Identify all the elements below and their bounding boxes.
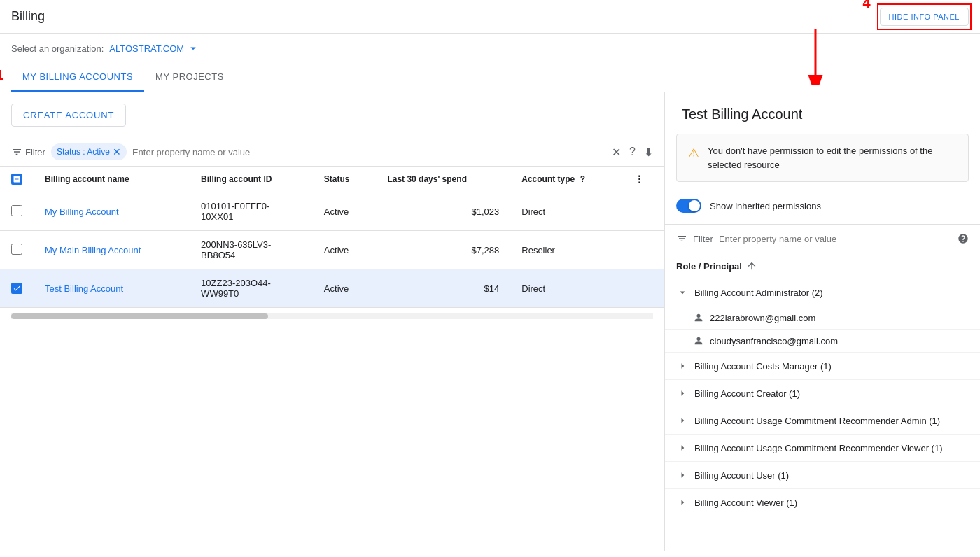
spend-1: $1,023 [376,192,510,231]
role-expand-usage-viewer[interactable]: Billing Account Usage Commitment Recomme… [665,435,980,461]
status-2: Active [313,231,377,269]
warning-box: ⚠ You don't have permission to edit the … [676,134,969,182]
filter-label: Filter [25,147,46,157]
app-title: Billing [11,9,45,24]
status-1: Active [313,192,377,231]
role-expand-viewer[interactable]: Billing Account Viewer (1) [665,489,980,516]
type-1: Direct [510,192,624,231]
filter-help-icon: ? [629,146,636,158]
warning-icon: ⚠ [688,146,699,161]
role-expand-icon-2 [676,387,689,400]
tab-my-projects[interactable]: MY PROJECTS [144,63,235,92]
col-account-type: Account type ? [510,167,624,192]
filter-chip: Status : Active ✕ [51,143,127,160]
sub-header: 2 Select an organization: ALTOSTRAT.COM [0,34,980,63]
col-billing-account-id: Billing account ID [190,167,313,192]
right-panel-title: Test Billing Account [665,92,980,134]
status-3: Active [313,269,377,308]
table-row: 4 Test Billing Account 10ZZ23-203O44-WW9… [0,269,664,308]
role-sub-item-1: 222larabrown@gmail.com [665,306,980,329]
table-row: My Billing Account 010101-F0FFF0-10XX01 … [0,192,664,231]
role-label-usage-admin: Billing Account Usage Commitment Recomme… [694,416,940,426]
right-filter-bar: Filter [665,225,980,253]
sort-icon[interactable] [746,260,757,272]
account-id-2: 200NN3-636LV3-BB8O54 [190,231,313,269]
spend-2: $7,288 [376,231,510,269]
create-account-button[interactable]: CREATE ACCOUNT [11,104,126,127]
role-expand-icon [676,360,689,372]
left-panel: 3 CREATE ACCOUNT Filter Status : Active … [0,92,665,551]
org-dropdown[interactable]: ALTOSTRAT.COM [109,42,200,55]
role-label-costs-manager: Billing Account Costs Manager (1) [694,361,832,372]
filter-chip-text: Status : Active [57,147,110,157]
role-expand-icon-3 [676,414,689,427]
role-expand-administrator[interactable]: Billing Account Administrator (2) [665,279,980,306]
role-item-viewer: Billing Account Viewer (1) [665,489,980,516]
right-filter-help-icon [958,233,969,244]
select-all-checkbox[interactable] [11,174,22,185]
spend-3: $14 [376,269,510,308]
email-2: cloudysanfrancisco@gmail.com [710,336,838,346]
role-expand-icon-5 [676,469,689,481]
role-principal-header: Role / Principal [665,253,980,279]
right-panel: Test Billing Account ⚠ You don't have pe… [665,92,980,551]
account-name-link-1[interactable]: My Billing Account [45,206,119,217]
account-type-help-icon: ? [580,174,585,184]
role-expand-icon-6 [676,496,689,509]
tabs-bar: 1 MY BILLING ACCOUNTS MY PROJECTS [0,63,980,92]
role-item-user: Billing Account User (1) [665,462,980,489]
role-expand-user[interactable]: Billing Account User (1) [665,462,980,488]
role-item-administrator: Billing Account Administrator (2) 222lar… [665,279,980,353]
row-checkbox-3[interactable] [11,283,22,294]
table-row: My Main Billing Account 200NN3-636LV3-BB… [0,231,664,269]
account-name-link-3[interactable]: Test Billing Account [45,283,123,294]
filter-clear-button[interactable]: ✕ [612,146,621,159]
type-3: Direct [510,269,624,308]
org-label: Select an organization: [11,43,104,54]
filter-input[interactable] [132,147,606,157]
right-filter-label: Filter [693,234,713,244]
billing-table: Billing account name Billing account ID … [0,167,664,551]
hide-info-panel-button[interactable]: HIDE INFO PANEL [880,8,969,26]
role-collapse-icon [676,286,689,299]
person-icon-1 [693,312,704,323]
role-label-user: Billing Account User (1) [694,470,789,481]
toggle-row: ✓ Show inherited permissions [665,193,980,224]
toggle-label: Show inherited permissions [710,201,821,211]
col-more: ⋮ [624,167,664,192]
right-filter-icon [676,233,687,244]
inherited-permissions-toggle[interactable]: ✓ [676,199,701,213]
col-last-30-days: Last 30 days' spend [376,167,510,192]
filter-icon-group: Filter [11,146,46,157]
role-expand-costs-manager[interactable]: Billing Account Costs Manager (1) [665,353,980,379]
chip-remove-button[interactable]: ✕ [113,146,121,157]
role-label-administrator: Billing Account Administrator (2) [694,288,823,298]
account-id-1: 010101-F0FFF0-10XX01 [190,192,313,231]
role-item-usage-viewer: Billing Account Usage Commitment Recomme… [665,435,980,462]
role-expand-creator[interactable]: Billing Account Creator (1) [665,380,980,407]
tab-billing-accounts[interactable]: MY BILLING ACCOUNTS [11,63,144,92]
role-label-usage-viewer: Billing Account Usage Commitment Recomme… [694,443,943,453]
role-expand-usage-admin[interactable]: Billing Account Usage Commitment Recomme… [665,407,980,434]
right-filter-input[interactable] [719,234,952,244]
col-status: Status [313,167,377,192]
role-item-creator: Billing Account Creator (1) [665,380,980,407]
warning-text: You don't have permission to edit the pe… [708,144,957,171]
chevron-down-icon [187,42,200,55]
row-checkbox-1[interactable] [11,205,22,216]
email-1: 222larabrown@gmail.com [710,313,816,323]
org-name: ALTOSTRAT.COM [109,43,184,54]
account-name-link-2[interactable]: My Main Billing Account [45,245,141,255]
filter-download-icon[interactable]: ⬇ [644,146,653,159]
person-icon-2 [693,335,704,346]
role-item-usage-admin: Billing Account Usage Commitment Recomme… [665,407,980,435]
role-item-costs-manager: Billing Account Costs Manager (1) [665,353,980,380]
account-id-3: 10ZZ23-203O44-WW99T0 [190,269,313,308]
type-2: Reseller [510,231,624,269]
filter-bar: Filter Status : Active ✕ ✕ ? ⬇ [0,138,664,167]
row-checkbox-2[interactable] [11,244,22,255]
role-expand-icon-4 [676,442,689,454]
role-label-viewer: Billing Account Viewer (1) [694,498,797,508]
filter-icon [11,146,22,157]
col-billing-account-name: Billing account name [34,167,190,192]
